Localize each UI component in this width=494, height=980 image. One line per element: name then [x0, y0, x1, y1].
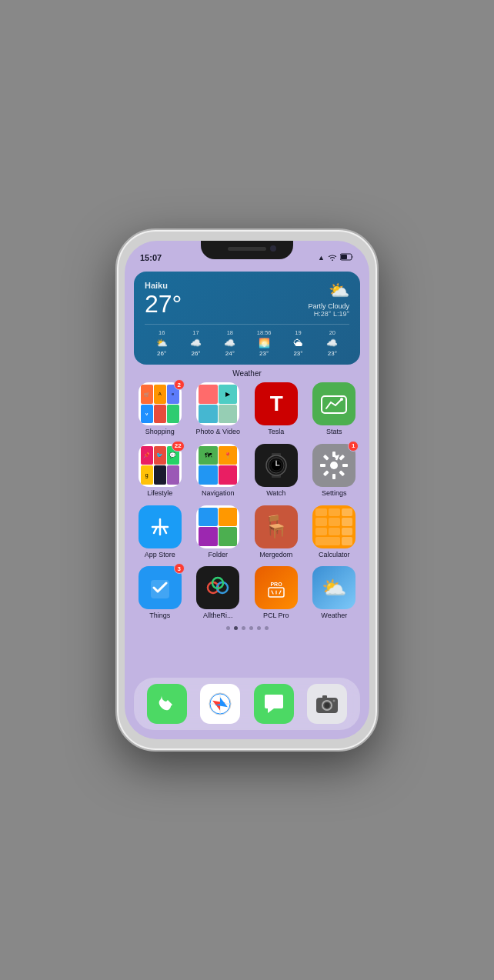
lifestyle-label: Lifestyle: [147, 489, 172, 498]
svg-rect-1: [341, 255, 347, 259]
speaker: [228, 247, 266, 251]
app-calculator[interactable]: Calculator: [307, 505, 362, 559]
weather-temperature: 27°: [145, 292, 182, 316]
dock-messages-icon: [254, 684, 294, 724]
volume-up-button[interactable]: [115, 344, 117, 373]
weather-app-icon: ⛅: [312, 566, 355, 609]
stats-label: Stats: [326, 428, 342, 436]
settings-label: Settings: [322, 489, 347, 498]
status-icons: ▲: [318, 253, 354, 262]
settings-icon: [312, 444, 355, 487]
app-lifestyle[interactable]: 📌 🐦 💬 g 22 Lifestyle: [132, 444, 188, 498]
mergedom-label: Mergedom: [259, 551, 292, 559]
lifestyle-badge: 22: [172, 441, 185, 452]
power-button[interactable]: [377, 338, 379, 380]
dock-phone-icon: [147, 684, 187, 724]
svg-point-37: [333, 700, 335, 702]
folder-label: Folder: [208, 551, 228, 559]
forecast-item-4: 19 🌥 23°: [281, 329, 315, 357]
app-settings[interactable]: 1 Settings: [307, 444, 362, 498]
app-appstore[interactable]: App Store: [132, 505, 188, 559]
page-dots: [125, 626, 369, 630]
svg-point-3: [340, 398, 343, 401]
weather-app-label: Weather: [321, 612, 347, 620]
pclpro-icon: PRO: [255, 566, 298, 609]
forecast-item-0: 16 ⛅ 26°: [145, 329, 179, 357]
forecast-item-1: 17 ☁️ 26°: [179, 329, 212, 357]
watch-label: Watch: [266, 489, 285, 498]
forecast-item-5: 20 ☁️ 23°: [315, 329, 349, 357]
weather-hl: H:28° L:19°: [308, 310, 349, 318]
weather-widget-label: Weather: [125, 369, 369, 378]
app-photo-video[interactable]: ▶ Photo & Video: [191, 382, 246, 436]
dock-phone[interactable]: [147, 684, 187, 724]
volume-down-button[interactable]: [115, 381, 117, 410]
weather-forecast: 16 ⛅ 26° 17 ☁️ 26° 18 ☁️ 24°: [145, 324, 349, 357]
svg-point-35: [325, 703, 330, 708]
dock: [134, 678, 360, 730]
app-mergedom[interactable]: 🪑 Mergedom: [249, 505, 304, 559]
page-dot-0[interactable]: [226, 626, 230, 630]
dock-camera-icon: [307, 684, 347, 724]
watch-icon: [255, 444, 298, 487]
dock-safari-icon: [200, 684, 240, 724]
app-stats[interactable]: Stats: [307, 382, 362, 436]
forecast-item-2: 18 ☁️ 24°: [213, 329, 247, 357]
pclpro-label: PCL Pro: [263, 612, 289, 620]
page-dot-1[interactable]: [234, 626, 238, 630]
things-label: Things: [149, 612, 170, 620]
dock-safari[interactable]: [200, 684, 240, 724]
phone-screen: 15:07 ▲: [125, 241, 369, 739]
app-alltheri[interactable]: AlltheRi...: [191, 566, 246, 620]
appstore-icon: [139, 505, 182, 548]
app-weather[interactable]: ⛅ Weather: [307, 566, 362, 620]
app-navigation[interactable]: 🗺 📍 Navigation: [191, 444, 246, 498]
dock-camera[interactable]: [307, 684, 347, 724]
shopping-icon: 🛒 A e v: [139, 382, 182, 425]
page-dot-2[interactable]: [242, 626, 245, 630]
app-grid: 🛒 A e v 2 Shopping: [125, 382, 369, 620]
notch: [201, 241, 293, 259]
status-time: 15:07: [140, 253, 162, 262]
navigation-label: Navigation: [202, 489, 235, 498]
mergedom-icon: 🪑: [255, 505, 298, 548]
wifi-signal-icon: [328, 254, 337, 262]
screen-content: Haiku 27° ⛅ Partly Cloudy H:28° L:19° 16: [125, 265, 369, 739]
alltheri-label: AlltheRi...: [203, 612, 233, 620]
folder-icon: [196, 505, 239, 548]
shopping-badge: 2: [174, 379, 185, 390]
page-dot-4[interactable]: [257, 626, 261, 630]
front-camera: [270, 245, 276, 252]
app-tesla[interactable]: T Tesla: [249, 382, 304, 436]
app-watch[interactable]: Watch: [249, 444, 304, 498]
wifi-icon: ▲: [318, 254, 325, 262]
photo-video-label: Photo & Video: [196, 428, 240, 436]
shopping-label: Shopping: [145, 428, 175, 436]
app-folder[interactable]: Folder: [191, 505, 246, 559]
app-pclpro[interactable]: PRO PCL Pro: [249, 566, 304, 620]
appstore-label: App Store: [145, 551, 175, 559]
photo-video-icon: ▶: [196, 382, 239, 425]
stats-icon: [312, 382, 355, 425]
page-dot-5[interactable]: [265, 626, 269, 630]
dock-messages[interactable]: [254, 684, 294, 724]
app-things[interactable]: 3 Things: [132, 566, 188, 620]
forecast-item-3: 18:56 🌅 23°: [247, 329, 281, 357]
weather-main-icon: ⛅: [308, 281, 349, 301]
phone-frame: 15:07 ▲: [115, 228, 379, 752]
navigation-icon: 🗺 📍: [196, 444, 239, 487]
weather-location: Haiku: [145, 281, 182, 290]
weather-condition: Partly Cloudy: [308, 302, 349, 310]
battery-icon: [340, 253, 354, 262]
calculator-icon: [312, 505, 355, 548]
tesla-icon: T: [255, 382, 298, 425]
things-icon: [139, 566, 182, 609]
silent-switch[interactable]: [115, 315, 117, 336]
page-dot-3[interactable]: [249, 626, 253, 630]
alltheri-icon: [196, 566, 239, 609]
weather-widget[interactable]: Haiku 27° ⛅ Partly Cloudy H:28° L:19° 16: [134, 272, 360, 365]
app-shopping[interactable]: 🛒 A e v 2 Shopping: [132, 382, 188, 436]
svg-text:PRO: PRO: [270, 582, 282, 587]
calculator-label: Calculator: [319, 551, 350, 559]
svg-rect-36: [322, 695, 327, 698]
